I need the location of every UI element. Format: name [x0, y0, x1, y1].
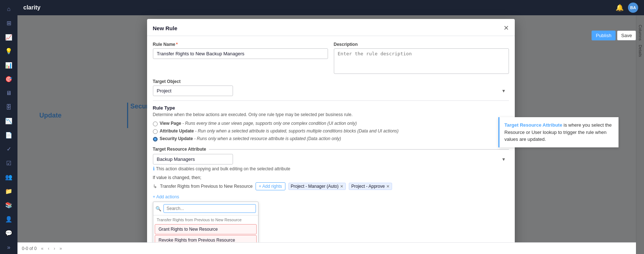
rule-type-title: Rule Type: [153, 105, 509, 111]
main-area: clarity 🔔 BA Update Security Publish Sav…: [17, 0, 644, 254]
new-rule-modal: New Rule ✕ Rule Name*: [147, 19, 515, 254]
prev-page-button[interactable]: ‹: [46, 245, 51, 252]
rule-type-section: Rule Type Determine when the below actio…: [153, 105, 509, 142]
sidebar-icon-home[interactable]: ⌂: [2, 3, 15, 15]
target-object-select-wrapper: Project ▼: [153, 86, 509, 96]
tag-approve-label: Project - Approve: [351, 184, 385, 189]
rule-name-input[interactable]: [153, 48, 328, 59]
dropdown-section-label: Transfer Rights from Previous to New Res…: [153, 215, 258, 223]
target-object-group: Target Object Project ▼: [153, 79, 509, 96]
sidebar-icon-message[interactable]: 💬: [2, 227, 15, 239]
tag-manager-close[interactable]: ✕: [340, 184, 343, 189]
sidebar: ⌂ ⊞ 📈 💡 📊 🎯 🖥 🗄 📉 📄 ✓ ☑ 👥 📁 📚 👤 💬 »: [0, 0, 17, 254]
rule-name-group: Rule Name*: [153, 42, 328, 74]
record-count: 0-0 of 0: [22, 246, 37, 251]
radio-attribute-update-label[interactable]: Attribute Update - Run only when a selec…: [160, 128, 399, 134]
add-actions-section: + Add actions: [153, 194, 509, 199]
target-object-label: Target Object: [153, 79, 509, 84]
tag-manager-label: Project - Manager (Auto): [291, 184, 339, 189]
sidebar-icon-expand[interactable]: »: [2, 241, 15, 254]
rule-name-label: Rule Name*: [153, 42, 328, 47]
modal-title: New Rule: [153, 25, 178, 31]
search-dropdown: 🔍 Transfer Rights from Previous to New R…: [153, 202, 258, 247]
sidebar-icon-book[interactable]: 📚: [2, 199, 15, 211]
radio-view-page: View Page - Runs every time a user views…: [153, 121, 509, 126]
top-bar: clarity 🔔 BA: [17, 0, 644, 15]
tag-approve-close[interactable]: ✕: [386, 184, 390, 189]
tag-manager: Project - Manager (Auto) ✕: [288, 183, 346, 190]
rule-type-desc: Determine when the below actions are exe…: [153, 112, 509, 117]
app-logo: clarity: [23, 4, 616, 11]
modal-overlay: New Rule ✕ Rule Name*: [17, 15, 644, 254]
radio-attribute-update-input[interactable]: [153, 129, 158, 134]
radio-view-page-input[interactable]: [153, 122, 158, 126]
target-attr-divider-line: [209, 149, 509, 150]
first-page-button[interactable]: «: [40, 245, 45, 252]
user-avatar[interactable]: BA: [628, 3, 638, 13]
radio-security-update-input[interactable]: [153, 137, 158, 142]
sidebar-icon-monitor[interactable]: 🖥: [2, 87, 15, 99]
dropdown-item-grant[interactable]: Grant Rights to New Resource: [155, 224, 257, 234]
add-rights-button[interactable]: + Add rights: [256, 182, 285, 190]
action-name-label: Transfer Rights from Previous to New Res…: [160, 184, 253, 189]
condition-section: If value is changed, then; ↳ Transfer Ri…: [153, 175, 509, 190]
modal-body: Rule Name* Description Target Obje: [147, 36, 515, 253]
tooltip-box: Target Resource Attribute is where you s…: [498, 117, 619, 147]
search-icon: 🔍: [155, 206, 161, 211]
target-object-select-arrow: ▼: [502, 88, 506, 94]
page-content: Update Security Publish Save Columns Det…: [17, 15, 644, 254]
publish-button[interactable]: Publish: [592, 31, 616, 40]
action-row: ↳ Transfer Rights from Previous to New R…: [153, 182, 509, 190]
sidebar-icon-database[interactable]: 🗄: [2, 101, 15, 113]
sidebar-icon-grid[interactable]: ⊞: [2, 17, 15, 29]
action-arrow-icon: ↳: [153, 183, 157, 189]
add-actions-button[interactable]: + Add actions: [153, 194, 179, 199]
target-attr-select-wrapper: Backup Managers ▼: [153, 154, 509, 164]
divider-1: [153, 100, 509, 101]
form-row-1: Rule Name* Description: [153, 42, 509, 74]
description-textarea[interactable]: [334, 48, 509, 74]
tag-approve: Project - Approve ✕: [349, 183, 392, 190]
search-input[interactable]: [163, 204, 256, 213]
target-attr-label: Target Resource Attribute: [153, 147, 509, 152]
target-resource-attr-section: Target Resource Attribute Backup Manager…: [153, 147, 509, 171]
save-button[interactable]: Save: [617, 31, 636, 40]
tooltip-highlight: Target Resource Attribute: [505, 122, 562, 128]
radio-security-update: Security Update - Runs only when a selec…: [153, 136, 509, 142]
radio-attribute-update: Attribute Update - Run only when a selec…: [153, 128, 509, 134]
modal-header: New Rule ✕: [147, 19, 515, 36]
target-attr-select-arrow: ▼: [502, 157, 506, 162]
radio-view-page-label[interactable]: View Page - Runs every time a user views…: [160, 121, 357, 126]
modal-close-button[interactable]: ✕: [503, 24, 509, 32]
top-bar-icons: 🔔 BA: [616, 3, 638, 13]
sidebar-icon-target[interactable]: 🎯: [2, 73, 15, 85]
sidebar-icon-folder[interactable]: 📁: [2, 185, 15, 197]
description-label: Description: [334, 42, 509, 47]
sidebar-icon-org[interactable]: 👥: [2, 171, 15, 183]
next-page-button[interactable]: ›: [52, 245, 56, 252]
search-input-wrapper: 🔍: [153, 202, 258, 215]
condition-label: If value is changed, then;: [153, 175, 509, 180]
bottom-bar: 0-0 of 0 « ‹ › »: [17, 242, 636, 254]
target-object-select[interactable]: Project: [153, 86, 233, 96]
sidebar-icon-checklist[interactable]: ☑: [2, 157, 15, 169]
info-message: ℹ This action disables copying and bulk …: [153, 166, 509, 171]
target-attr-select[interactable]: Backup Managers: [153, 154, 233, 164]
sidebar-icon-file[interactable]: 📄: [2, 129, 15, 141]
sidebar-icon-trending[interactable]: 📉: [2, 115, 15, 127]
radio-security-update-label[interactable]: Security Update - Runs only when a selec…: [160, 136, 341, 141]
sidebar-icon-chart[interactable]: 📈: [2, 31, 15, 43]
top-right-buttons: Publish Save: [592, 31, 636, 40]
info-icon: ℹ: [153, 166, 155, 171]
notification-icon[interactable]: 🔔: [616, 4, 624, 12]
sidebar-icon-check[interactable]: ✓: [2, 143, 15, 155]
description-group: Description: [334, 42, 509, 74]
sidebar-icon-lightbulb[interactable]: 💡: [2, 45, 15, 57]
tooltip-text: Target Resource Attribute is where you s…: [505, 122, 613, 143]
sidebar-icon-bar-chart[interactable]: 📊: [2, 59, 15, 71]
last-page-button[interactable]: »: [58, 245, 63, 252]
sidebar-icon-people[interactable]: 👤: [2, 213, 15, 225]
rule-type-radio-group: View Page - Runs every time a user views…: [153, 121, 509, 142]
pagination: « ‹ › »: [40, 245, 63, 252]
